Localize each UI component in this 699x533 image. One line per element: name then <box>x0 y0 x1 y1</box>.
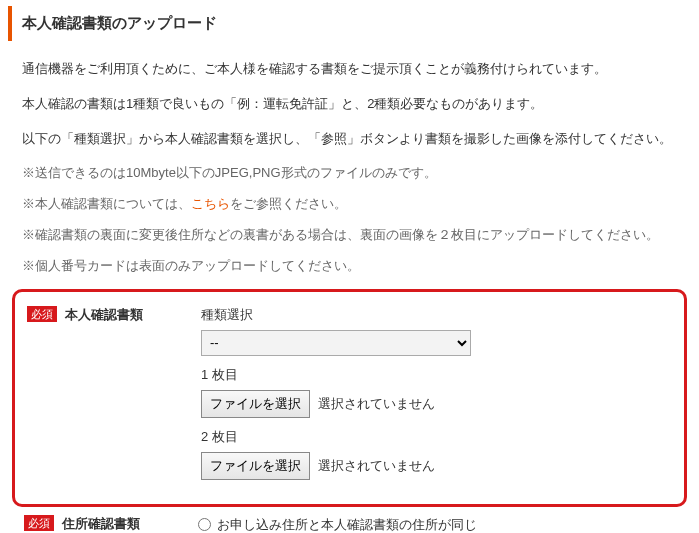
address-doc-row: 必須 住所確認書類 お申し込み住所と本人確認書類の住所が同じ お申し込み住所と本… <box>8 515 691 533</box>
page-title: 本人確認書類のアップロード <box>8 6 691 41</box>
intro-text-3: 以下の「種類選択」から本人確認書類を選択し、「参照」ボタンより書類を撮影した画像… <box>22 129 677 150</box>
note-2-link[interactable]: こちら <box>191 196 230 211</box>
file2-caption: 2 枚目 <box>201 428 676 446</box>
address-radio-same[interactable] <box>198 518 211 531</box>
note-3: ※確認書類の裏面に変更後住所などの裏書がある場合は、裏面の画像を２枚目にアップロ… <box>22 225 677 246</box>
note-2-prefix: ※本人確認書類については、 <box>22 196 191 211</box>
file1-choose-button[interactable]: ファイルを選択 <box>201 390 310 418</box>
identity-doc-label: 本人確認書類 <box>65 306 143 324</box>
note-1: ※送信できるのは10Mbyte以下のJPEG,PNG形式のファイルのみです。 <box>22 163 677 184</box>
note-2-suffix: をご参照ください。 <box>230 196 347 211</box>
type-select-label: 種類選択 <box>201 306 676 324</box>
identity-doc-row: 必須 本人確認書類 種類選択 -- 1 枚目 ファイルを選択 選択されていません <box>23 306 676 490</box>
file1-caption: 1 枚目 <box>201 366 676 384</box>
type-select[interactable]: -- <box>201 330 471 356</box>
note-2: ※本人確認書類については、こちらをご参照ください。 <box>22 194 677 215</box>
file1-status: 選択されていません <box>318 395 435 413</box>
intro-block: 通信機器をご利用頂くために、ご本人様を確認する書類をご提示頂くことが義務付けられ… <box>8 59 691 149</box>
file2-choose-button[interactable]: ファイルを選択 <box>201 452 310 480</box>
note-4: ※個人番号カードは表面のみアップロードしてください。 <box>22 256 677 277</box>
required-badge: 必須 <box>27 306 57 322</box>
address-radio-same-label: お申し込み住所と本人確認書類の住所が同じ <box>217 515 683 533</box>
address-doc-label: 住所確認書類 <box>62 515 140 533</box>
required-badge-2: 必須 <box>24 515 54 531</box>
identity-doc-highlight: 必須 本人確認書類 種類選択 -- 1 枚目 ファイルを選択 選択されていません <box>12 289 687 507</box>
intro-text-1: 通信機器をご利用頂くために、ご本人様を確認する書類をご提示頂くことが義務付けられ… <box>22 59 677 80</box>
file2-status: 選択されていません <box>318 457 435 475</box>
notes-block: ※送信できるのは10Mbyte以下のJPEG,PNG形式のファイルのみです。 ※… <box>8 163 691 276</box>
intro-text-2: 本人確認の書類は1種類で良いもの「例：運転免許証」と、2種類必要なものがあります… <box>22 94 677 115</box>
